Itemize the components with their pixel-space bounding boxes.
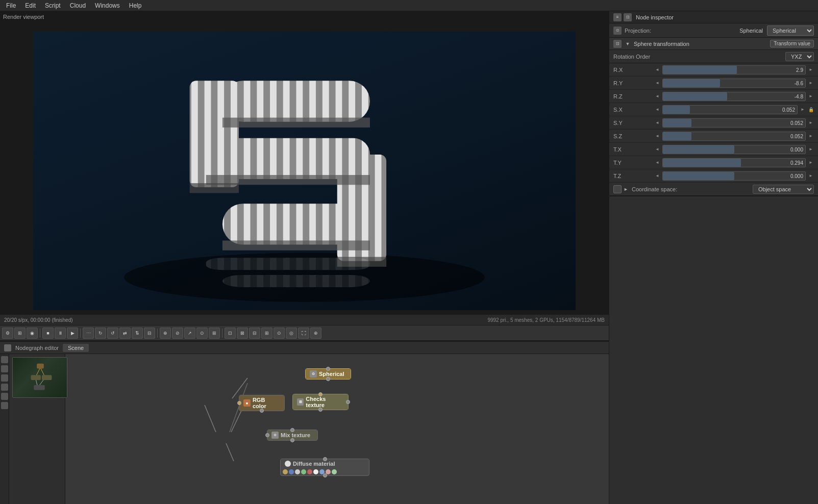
param-tx-slider[interactable]: 0.000 — [662, 145, 806, 154]
tool-btn-12[interactable]: ⊘ — [172, 327, 183, 339]
param-sx-inc[interactable]: ► — [800, 105, 806, 114]
menu-script[interactable]: Script — [41, 1, 65, 10]
param-ty-slider[interactable]: 0.294 — [662, 158, 806, 167]
rotation-order-dropdown[interactable]: YXZ XYZ ZYX — [785, 52, 814, 61]
menu-file[interactable]: File — [2, 1, 20, 10]
tool-btn-17[interactable]: ⊠ — [237, 327, 248, 339]
param-sy-slider[interactable]: 0.052 — [662, 118, 806, 128]
tool-btn-19[interactable]: ⊞ — [261, 327, 272, 339]
tool-btn-5[interactable]: ⋯ — [83, 327, 94, 339]
tool-btn-11[interactable]: ⊕ — [160, 327, 171, 339]
param-tz-slider[interactable]: 0.000 — [662, 171, 806, 181]
param-sz-slider[interactable]: 0.052 — [662, 132, 806, 141]
param-rz-inc[interactable]: ► — [808, 92, 814, 101]
tool-btn-15[interactable]: ⊞ — [209, 327, 220, 339]
mix-port-top[interactable] — [290, 428, 294, 432]
panel-icon-2[interactable]: ⊡ — [624, 13, 632, 21]
tool-btn-13[interactable]: ↗ — [184, 327, 195, 339]
node-rgb[interactable]: ■ RGB color — [239, 395, 285, 411]
tool-btn-7[interactable]: ↺ — [107, 327, 118, 339]
param-tx-inc[interactable]: ► — [808, 145, 814, 154]
ng-icon-1[interactable] — [1, 356, 8, 363]
lock-icon[interactable]: 🔒 — [808, 107, 814, 113]
param-sz-dec[interactable]: ◄ — [654, 132, 660, 141]
ng-icon-4[interactable] — [1, 384, 8, 391]
node-spherical[interactable]: ⊙ Spherical — [305, 368, 351, 380]
projection-icon[interactable]: ⊙ — [613, 27, 622, 35]
tool-btn-9[interactable]: ⇅ — [132, 327, 143, 339]
param-sy-dec[interactable]: ◄ — [654, 118, 660, 128]
mix-port-bottom[interactable] — [290, 438, 294, 442]
param-rz-slider[interactable]: -4.8 — [662, 92, 806, 101]
param-ry-dec[interactable]: ◄ — [654, 79, 660, 88]
mix-port-left[interactable] — [265, 433, 269, 437]
tool-btn-23[interactable]: ⊕ — [310, 327, 321, 339]
tool-btn-16[interactable]: ⊡ — [225, 327, 236, 339]
param-rx-slider[interactable]: 2.9 — [662, 65, 806, 74]
node-checks[interactable]: ⊞ Checks texture — [292, 394, 349, 410]
section-collapse[interactable]: ▼ — [625, 41, 631, 47]
rgb-port-bottom[interactable] — [260, 409, 264, 413]
param-ty-inc[interactable]: ► — [808, 158, 814, 167]
param-sx-dec[interactable]: ◄ — [654, 105, 660, 114]
coord-collapse[interactable]: ► — [624, 187, 630, 192]
spherical-port-bottom[interactable] — [326, 377, 330, 381]
tool-play[interactable]: ▶ — [67, 327, 78, 339]
rgb-port-left[interactable] — [237, 401, 241, 405]
spherical-port-top[interactable] — [326, 367, 330, 371]
coord-space-dropdown[interactable]: Object space World space Camera space — [753, 185, 814, 194]
render-area[interactable] — [33, 32, 576, 310]
param-rx-dec[interactable]: ◄ — [654, 65, 660, 74]
node-diffuse[interactable]: Diffuse material — [280, 459, 369, 476]
section-header-icon[interactable]: ⊡ — [613, 40, 622, 48]
tool-pause[interactable]: ⏸ — [55, 327, 66, 339]
tool-stop[interactable]: ■ — [42, 327, 54, 339]
panel-icon-1[interactable]: ≡ — [613, 13, 622, 21]
param-sx-slider[interactable]: 0.052 — [662, 105, 798, 114]
nodegraph-scene-tab[interactable]: Scene — [63, 344, 89, 352]
svg-rect-1 — [222, 81, 370, 121]
tool-btn-3[interactable]: ◉ — [27, 327, 38, 339]
diffuse-port-top[interactable] — [323, 457, 327, 461]
tool-btn-20[interactable]: ⊙ — [274, 327, 285, 339]
tool-btn-1[interactable]: ⚙ — [2, 327, 13, 339]
tool-btn-21[interactable]: ◎ — [286, 327, 297, 339]
param-tx-value: 0.000 — [790, 146, 803, 152]
param-tz-dec[interactable]: ◄ — [654, 171, 660, 181]
param-sy-inc[interactable]: ► — [808, 118, 814, 128]
tool-btn-18[interactable]: ⊟ — [249, 327, 260, 339]
transform-mode-btn[interactable]: Transform value — [770, 40, 814, 47]
menu-edit[interactable]: Edit — [21, 1, 40, 10]
param-tz-inc[interactable]: ► — [808, 171, 814, 181]
diffuse-port-bottom[interactable] — [323, 473, 327, 477]
menu-cloud[interactable]: Cloud — [66, 1, 90, 10]
param-rz-dec[interactable]: ◄ — [654, 92, 660, 101]
tool-btn-14[interactable]: ⊙ — [196, 327, 208, 339]
ng-icon-6[interactable] — [1, 402, 8, 409]
ng-icon-3[interactable] — [1, 374, 8, 382]
menu-windows[interactable]: Windows — [91, 1, 124, 10]
param-ty-dec[interactable]: ◄ — [654, 158, 660, 167]
right-panel-icons: ≡ ⊡ — [613, 13, 632, 21]
checks-port-side[interactable] — [346, 400, 350, 404]
tool-btn-2[interactable]: ⊞ — [14, 327, 26, 339]
param-rx-inc[interactable]: ► — [808, 65, 814, 74]
menu-help[interactable]: Help — [125, 1, 146, 10]
nodegraph-canvas[interactable]: ⊙ Spherical ■ RGB color — [0, 354, 609, 504]
tool-btn-6[interactable]: ↻ — [95, 327, 106, 339]
checks-port-top[interactable] — [318, 392, 323, 396]
param-sz-inc[interactable]: ► — [808, 132, 814, 141]
ng-icon-2[interactable] — [1, 365, 8, 372]
node-mix[interactable]: ⊕ Mix texture — [267, 430, 318, 441]
projection-dropdown[interactable]: Spherical Cylindrical Box Perspective — [767, 26, 814, 36]
param-tx-dec[interactable]: ◄ — [654, 145, 660, 154]
param-ry-slider[interactable]: -8.6 — [662, 79, 806, 88]
tool-btn-22[interactable]: ⛶ — [298, 327, 309, 339]
coord-space-box[interactable] — [613, 185, 622, 193]
param-ry-inc[interactable]: ► — [808, 79, 814, 88]
tool-btn-10[interactable]: ⊟ — [144, 327, 155, 339]
nodegraph-area: Nodegraph editor Scene — [0, 341, 609, 504]
ng-icon-5[interactable] — [1, 393, 8, 400]
tool-btn-8[interactable]: ⇄ — [119, 327, 131, 339]
checks-port-bottom[interactable] — [318, 408, 323, 412]
